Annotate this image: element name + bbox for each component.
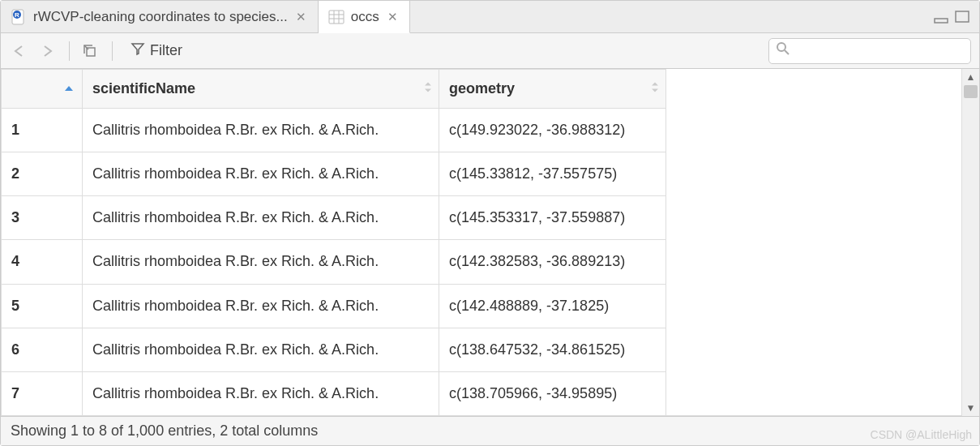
table-row[interactable]: 1Callitris rhomboidea R.Br. ex Rich. & A… [2,109,666,152]
cell-geometry: c(142.382583, -36.889213) [439,240,666,284]
svg-rect-9 [956,11,969,22]
popout-icon[interactable] [79,40,102,62]
cell-geometry: c(138.647532, -34.861525) [439,328,666,371]
tab-rwcvp-script[interactable]: R rWCVP-cleaning coordinates to species.… [1,1,319,32]
cell-geometry: c(149.923022, -36.988312) [439,109,666,152]
search-box[interactable] [768,38,971,64]
separator [69,41,70,61]
status-text: Showing 1 to 8 of 1,000 entries, 2 total… [11,422,318,440]
cell-scientificname: Callitris rhomboidea R.Br. ex Rich. & A.… [83,196,439,240]
status-bar: Showing 1 to 8 of 1,000 entries, 2 total… [1,416,979,445]
r-script-icon: R [11,9,27,25]
table-area: scientificName geometry 1Callitris rhomb… [1,69,979,416]
cell-scientificname: Callitris rhomboidea R.Br. ex Rich. & A.… [83,371,439,415]
cell-geometry: c(138.705966, -34.95895) [439,371,666,415]
table-body: 1Callitris rhomboidea R.Br. ex Rich. & A… [2,109,666,416]
tabs-row: R rWCVP-cleaning coordinates to species.… [1,1,979,33]
scroll-thumb[interactable] [964,85,978,98]
minimize-icon[interactable] [934,11,950,24]
cell-scientificname: Callitris rhomboidea R.Br. ex Rich. & A.… [83,152,439,196]
separator [112,41,113,61]
column-header-geometry[interactable]: geometry [439,70,666,109]
svg-rect-3 [329,11,344,24]
cell-geometry: c(145.33812, -37.557575) [439,152,666,196]
forward-icon[interactable] [36,40,59,62]
filter-label: Filter [150,42,182,59]
column-header-scientificname[interactable]: scientificName [83,70,439,109]
row-number: 6 [2,328,83,371]
sort-asc-icon [64,79,74,96]
row-number: 5 [2,284,83,328]
cell-scientificname: Callitris rhomboidea R.Br. ex Rich. & A.… [83,328,439,371]
window-controls [934,1,979,32]
cell-geometry: c(145.353317, -37.559887) [439,196,666,240]
column-header-rownum[interactable] [2,70,83,109]
row-number: 2 [2,152,83,196]
search-icon [776,41,790,60]
cell-geometry: c(142.488889, -37.1825) [439,284,666,328]
sort-icon [424,80,432,97]
svg-text:R: R [15,11,19,19]
svg-rect-8 [935,19,948,23]
table-row[interactable]: 5Callitris rhomboidea R.Br. ex Rich. & A… [2,284,666,328]
row-number: 3 [2,196,83,240]
tab-label: occs [351,9,379,25]
scroll-up-icon[interactable]: ▲ [962,69,979,85]
cell-scientificname: Callitris rhomboidea R.Br. ex Rich. & A.… [83,240,439,284]
close-icon[interactable]: ✕ [386,10,400,24]
close-icon[interactable]: ✕ [294,10,308,24]
svg-line-12 [785,50,789,54]
tab-occs[interactable]: occs ✕ [319,1,410,33]
data-table-icon [328,9,344,25]
filter-icon [131,41,145,60]
table-row[interactable]: 6Callitris rhomboidea R.Br. ex Rich. & A… [2,328,666,371]
search-input[interactable] [795,44,964,58]
sort-icon [651,80,659,97]
table-empty-area [666,69,961,416]
tab-label: rWCVP-cleaning coordinates to species... [33,9,288,25]
cell-scientificname: Callitris rhomboidea R.Br. ex Rich. & A.… [83,284,439,328]
toolbar: Filter [1,33,979,69]
row-number: 4 [2,240,83,284]
cell-scientificname: Callitris rhomboidea R.Br. ex Rich. & A.… [83,109,439,152]
table-row[interactable]: 3Callitris rhomboidea R.Br. ex Rich. & A… [2,196,666,240]
back-icon[interactable] [9,40,32,62]
data-table: scientificName geometry 1Callitris rhomb… [1,69,666,416]
scrollbar[interactable]: ▲ ▼ [961,69,979,416]
table-row[interactable]: 4Callitris rhomboidea R.Br. ex Rich. & A… [2,240,666,284]
table-row[interactable]: 7Callitris rhomboidea R.Br. ex Rich. & A… [2,371,666,415]
row-number: 7 [2,371,83,415]
table-row[interactable]: 2Callitris rhomboidea R.Br. ex Rich. & A… [2,152,666,196]
source-pane: R rWCVP-cleaning coordinates to species.… [0,0,980,446]
row-number: 1 [2,109,83,152]
maximize-icon[interactable] [955,11,971,24]
scroll-down-icon[interactable]: ▼ [962,400,979,416]
filter-button[interactable]: Filter [122,40,190,62]
svg-point-11 [777,43,785,51]
